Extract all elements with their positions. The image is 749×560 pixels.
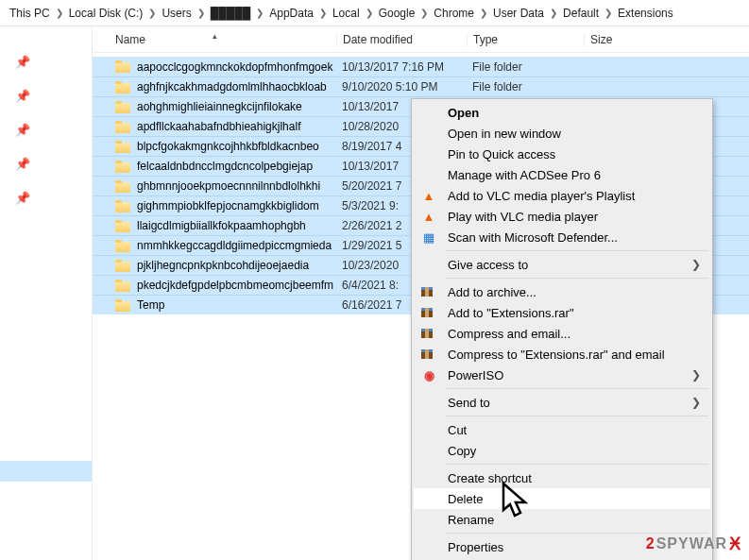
quick-access-pin-icon[interactable]: 📌 (0, 55, 92, 89)
menu-rename[interactable]: Rename (414, 509, 710, 530)
winrar-icon (419, 347, 438, 362)
file-name: pkedcjkdefgpdelpbcmbmeomcjbeemfm (137, 279, 333, 292)
folder-icon (115, 161, 130, 173)
quick-access-pin-icon[interactable]: 📌 (0, 123, 92, 157)
watermark-text: SPYWAR (656, 535, 727, 552)
col-size-header[interactable]: Size (584, 33, 659, 46)
menu-defender[interactable]: ▦ Scan with Microsoft Defender... (414, 227, 710, 247)
menu-delete[interactable]: Delete (414, 488, 710, 509)
file-date: 10/13/2017 7:16 PM (336, 60, 467, 74)
folder-icon (115, 200, 130, 212)
menu-acdsee[interactable]: Manage with ACDSee Pro 6 (414, 164, 710, 185)
col-name-label: Name (115, 33, 145, 46)
quick-access-pin-icon[interactable]: 📌 (0, 157, 92, 191)
bug-icon: Ӿ (729, 534, 741, 554)
nav-selected-item[interactable] (0, 461, 92, 482)
submenu-arrow-icon: ❯ (691, 368, 701, 382)
context-menu: Open Open in new window Pin to Quick acc… (411, 98, 713, 560)
folder-icon (115, 101, 130, 113)
menu-vlc-add[interactable]: ▲ Add to VLC media player's Playlist (414, 185, 710, 206)
menu-add-archive[interactable]: Add to archive... (414, 281, 710, 302)
folder-icon (115, 141, 130, 153)
column-headers[interactable]: ▴ Name Date modified Type Size (93, 26, 749, 53)
quick-access-pin-icon[interactable]: 📌 (0, 191, 92, 225)
folder-icon (115, 180, 130, 193)
col-date-header[interactable]: Date modified (336, 33, 467, 46)
breadcrumb-item[interactable]: Users (162, 7, 191, 20)
menu-separator (446, 464, 708, 465)
breadcrumb-item[interactable]: █████ (211, 7, 251, 20)
vlc-icon: ▲ (419, 210, 438, 224)
menu-open-new-window[interactable]: Open in new window (414, 123, 710, 144)
folder-icon (115, 121, 130, 133)
menu-compress-email[interactable]: Compress and email... (414, 323, 710, 344)
col-name-header[interactable]: ▴ Name (93, 33, 336, 46)
breadcrumb-item[interactable]: AppData (269, 7, 314, 20)
table-row[interactable]: aapocclcgogkmnckokdopfmhonfmgoek10/13/20… (93, 57, 749, 76)
file-name: pjkljhegncpnkpknbcohdijeoejaedia (137, 259, 309, 272)
folder-icon (115, 81, 130, 93)
table-row[interactable]: aghfnjkcakhmadgdomlmlhhaocbkloab9/10/202… (93, 76, 749, 96)
file-name: gighmmpiobklfepjocnamgkkbiglidom (137, 199, 319, 212)
breadcrumb-item[interactable]: User Data (493, 7, 544, 20)
svg-rect-8 (425, 329, 429, 338)
col-type-header[interactable]: Type (467, 33, 584, 46)
folder-icon (115, 260, 130, 272)
menu-create-shortcut[interactable]: Create shortcut (414, 467, 710, 488)
quick-access-pin-icon[interactable]: 📌 (0, 89, 92, 123)
file-name: aghfnjkcakhmadgdomlmlhhaocbkloab (137, 80, 327, 93)
submenu-arrow-icon: ❯ (691, 258, 701, 271)
winrar-icon (419, 326, 438, 341)
menu-cut[interactable]: Cut (414, 419, 710, 440)
file-name: aohghmighlieiainnegkcijnfilokake (137, 100, 302, 113)
menu-separator (446, 250, 708, 251)
menu-vlc-play[interactable]: ▲ Play with VLC media player (414, 206, 710, 227)
file-name: blpcfgokakmgnkcojhhkbfbldkacnbeo (137, 140, 319, 153)
chevron-right-icon: ❯ (50, 8, 69, 18)
file-type: File folder (467, 60, 584, 74)
chevron-right-icon: ❯ (415, 8, 434, 18)
breadcrumb-item[interactable]: Local Disk (C:) (69, 7, 144, 20)
menu-poweriso[interactable]: ◉ PowerISO ❯ (414, 365, 710, 385)
chevron-right-icon: ❯ (544, 8, 563, 18)
menu-pin-quick-access[interactable]: Pin to Quick access (414, 144, 710, 164)
file-name: felcaaldnbdncclmgdcncolpebgiejap (137, 160, 313, 173)
menu-separator (446, 278, 708, 279)
file-name: apdfllckaahabafndbhieahigkjlhalf (137, 120, 300, 133)
file-name: aapocclcgogkmnckokdopfmhonfmgoek (137, 60, 332, 74)
shield-icon: ▦ (419, 230, 438, 245)
sort-ascending-icon: ▴ (213, 31, 217, 41)
menu-add-extensions-rar[interactable]: Add to "Extensions.rar" (414, 302, 710, 323)
file-name: Temp (137, 298, 164, 312)
menu-compress-extensions-email[interactable]: Compress to "Extensions.rar" and email (414, 344, 710, 365)
menu-give-access[interactable]: Give access to ❯ (414, 254, 710, 275)
folder-icon (115, 280, 130, 292)
breadcrumb-item[interactable]: Default (563, 7, 599, 20)
svg-rect-11 (425, 349, 429, 359)
folder-icon (115, 60, 130, 73)
breadcrumb-item[interactable]: This PC (9, 7, 50, 20)
watermark: 2 SPYWAR Ӿ (646, 534, 741, 554)
breadcrumb-item[interactable]: Chrome (434, 7, 474, 20)
breadcrumb-item[interactable]: Local (332, 7, 360, 20)
menu-send-to[interactable]: Send to ❯ (414, 392, 710, 413)
chevron-right-icon: ❯ (314, 8, 332, 18)
menu-open[interactable]: Open (414, 102, 710, 123)
file-name: nmmhkkegccagdldgiimedpiccmgmieda (137, 239, 332, 252)
folder-icon (115, 299, 130, 312)
breadcrumb[interactable]: This PC❯Local Disk (C:)❯Users❯█████❯AppD… (0, 0, 749, 26)
file-type: File folder (467, 80, 584, 93)
file-name: ghbmnnjooekpmoecnnnilnnbdlolhkhi (137, 179, 320, 193)
menu-copy[interactable]: Copy (414, 440, 710, 461)
breadcrumb-item[interactable]: Google (379, 7, 416, 20)
chevron-right-icon: ❯ (250, 8, 269, 18)
breadcrumb-item[interactable]: Extensions (618, 7, 673, 20)
submenu-arrow-icon: ❯ (691, 396, 701, 409)
folder-icon (115, 220, 130, 232)
file-date: 9/10/2020 5:10 PM (336, 80, 467, 93)
chevron-right-icon: ❯ (360, 8, 379, 18)
folder-icon (115, 240, 130, 252)
chevron-right-icon: ❯ (599, 8, 618, 18)
chevron-right-icon: ❯ (192, 8, 211, 18)
menu-separator (446, 388, 708, 389)
